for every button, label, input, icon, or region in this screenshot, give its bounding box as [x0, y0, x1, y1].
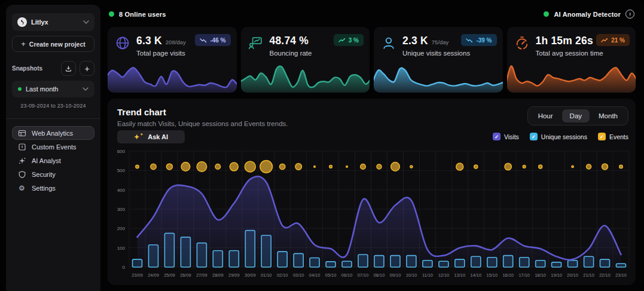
stat-card-session-time: 1h 15m 26s Total avg session time 21 % — [507, 27, 636, 93]
trend-chart-subtitle: Easily match Visits, Unique sessions and… — [117, 120, 288, 127]
svg-text:20/10: 20/10 — [567, 272, 578, 278]
svg-text:14/10: 14/10 — [471, 272, 482, 278]
session-time-sparkline — [507, 59, 636, 93]
topbar: 8 Online users AI Anomaly Detector i — [109, 10, 634, 19]
sparkle-icon: ✦ — [134, 134, 139, 140]
project-name: Litlyx — [31, 19, 48, 26]
trend-badge: 3 % — [334, 34, 364, 46]
plus-icon: + — [84, 65, 89, 73]
sidebar-item-label: Settings — [32, 185, 56, 192]
legend-visits[interactable]: ✓ Visits — [493, 133, 519, 140]
online-users-label: 8 Online users — [119, 11, 166, 18]
create-new-project-label: Create new project — [29, 41, 86, 48]
svg-text:21/10: 21/10 — [583, 272, 594, 278]
snapshots-label: Snapshots — [12, 65, 42, 72]
x-axis-labels: 23/0924/0925/0926/0927/0928/0929/0930/09… — [132, 272, 627, 278]
sidebar-item-label: Custom Events — [32, 143, 77, 151]
trend-chart-svg: 010020030040050060023/0924/0925/0926/092… — [111, 148, 632, 281]
svg-text:08/10: 08/10 — [374, 272, 385, 278]
legend-unique-sessions[interactable]: ✓ Unique sessions — [530, 133, 587, 140]
svg-text:06/10: 06/10 — [341, 272, 353, 278]
person-icon — [381, 35, 396, 51]
ask-ai-button[interactable]: ✦ ✦ Ask AI — [117, 130, 185, 143]
svg-text:16/10: 16/10 — [502, 272, 514, 278]
app-root: Litlyx + Create new project Snapshots + … — [0, 0, 644, 291]
chevron-down-icon — [83, 20, 89, 24]
add-snapshot-button[interactable]: + — [80, 61, 94, 76]
sidebar-item-security[interactable]: Security — [12, 167, 94, 181]
stat-label: Total page visits — [136, 50, 186, 57]
litlyx-logo-icon — [17, 17, 27, 27]
svg-text:24/09: 24/09 — [148, 272, 159, 278]
sidebar-item-web-analytics[interactable]: Web Analytics — [12, 126, 94, 140]
sidebar-item-label: Security — [32, 171, 56, 178]
snapshot-range-value: Last month — [26, 85, 58, 93]
stat-card-bounce-rate: 48.74 % Bouncing rate 3 % — [241, 27, 370, 93]
stat-per-day: 75/day — [432, 39, 449, 45]
create-new-project-button[interactable]: + Create new project — [12, 36, 94, 52]
svg-text:300: 300 — [117, 207, 126, 212]
anomaly-label: AI Anomaly Detector — [554, 11, 621, 18]
export-snapshot-button[interactable] — [61, 61, 76, 76]
stat-per-day: 208/day — [166, 39, 186, 45]
trend-badge: -46 % — [195, 34, 230, 46]
main-area: 8 Online users AI Anomaly Detector i 6.3… — [108, 0, 636, 291]
ask-ai-label: Ask AI — [148, 133, 168, 140]
info-icon[interactable]: i — [625, 10, 634, 19]
svg-text:15/10: 15/10 — [487, 272, 498, 278]
legend-events[interactable]: ✓ Events — [598, 133, 628, 140]
trend-up-icon — [601, 38, 608, 43]
stat-label: Unique visits sessions — [402, 50, 470, 57]
globe-icon — [115, 35, 130, 51]
sidebar-nav: Web Analytics Custom Events AI Analyst S… — [12, 126, 94, 195]
svg-text:02/10: 02/10 — [277, 272, 288, 278]
tab-hour[interactable]: Hour — [530, 109, 561, 122]
presentation-person-icon — [248, 35, 264, 51]
sparkle-icon: ✦ — [140, 133, 143, 136]
stat-label: Bouncing rate — [270, 50, 313, 57]
ai-anomaly-detector[interactable]: AI Anomaly Detector i — [544, 10, 634, 19]
sparkle-icon — [17, 157, 26, 165]
trend-badge: -39 % — [461, 34, 496, 46]
svg-text:0: 0 — [123, 265, 126, 270]
svg-text:13/10: 13/10 — [454, 272, 466, 278]
svg-text:26/09: 26/09 — [180, 272, 191, 278]
unique-sessions-sparkline — [374, 59, 503, 93]
snapshot-range-select[interactable]: Last month — [12, 81, 94, 97]
stat-value: 1h 15m 26s — [536, 35, 593, 47]
bounce-rate-sparkline — [241, 59, 370, 93]
page-visits-sparkline — [108, 59, 237, 93]
trend-chart-panel: Trend chart Easily match Visits, Unique … — [108, 99, 636, 285]
tab-month[interactable]: Month — [591, 109, 625, 122]
checkbox-checked-icon[interactable]: ✓ — [493, 133, 500, 140]
svg-text:11/10: 11/10 — [422, 272, 433, 278]
snapshot-date-range: 23-09-2024 to 23-10-2024 — [12, 103, 94, 109]
stat-value: 2.3 K — [402, 35, 428, 47]
chevron-down-icon — [83, 87, 88, 91]
tab-day[interactable]: Day — [562, 109, 590, 122]
download-icon — [65, 65, 72, 72]
checkbox-checked-icon[interactable]: ✓ — [598, 133, 606, 140]
trend-down-icon — [200, 38, 207, 43]
granularity-tabs: Hour Day Month — [527, 106, 628, 125]
svg-text:03/10: 03/10 — [293, 272, 304, 278]
svg-text:500: 500 — [117, 168, 126, 173]
svg-text:04/10: 04/10 — [309, 272, 321, 278]
sidebar-item-ai-analyst[interactable]: AI Analyst — [12, 154, 94, 167]
timer-icon — [514, 35, 530, 51]
sidebar-item-label: AI Analyst — [32, 157, 61, 164]
sidebar-item-settings[interactable]: ⚙ Settings — [12, 181, 94, 195]
stat-label: Total avg session time — [536, 50, 603, 57]
sidebar-item-custom-events[interactable]: Custom Events — [12, 140, 94, 154]
svg-text:07/10: 07/10 — [358, 272, 369, 278]
svg-text:23/09: 23/09 — [132, 272, 143, 278]
active-range-dot — [18, 87, 22, 91]
svg-text:25/09: 25/09 — [164, 272, 175, 278]
trend-down-icon — [466, 38, 473, 43]
svg-text:28/09: 28/09 — [212, 272, 224, 278]
trend-chart-area[interactable]: 010020030040050060023/0924/0925/0926/092… — [111, 148, 632, 281]
plus-icon: + — [21, 40, 26, 48]
stat-value: 6.3 K — [136, 35, 162, 47]
project-selector[interactable]: Litlyx — [12, 13, 94, 31]
checkbox-checked-icon[interactable]: ✓ — [530, 133, 538, 140]
